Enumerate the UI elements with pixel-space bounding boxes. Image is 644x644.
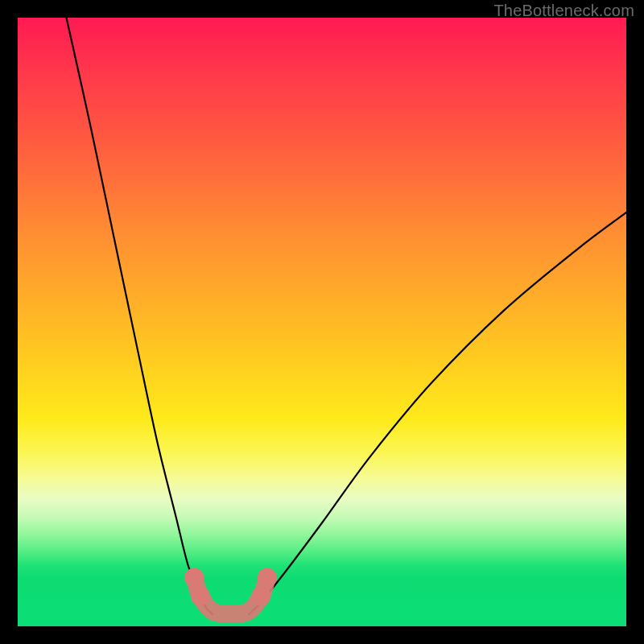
right-bottleneck-curve xyxy=(249,213,626,614)
optimal-region-dots xyxy=(184,568,277,606)
svg-point-2 xyxy=(251,586,270,605)
svg-point-0 xyxy=(184,568,204,588)
svg-point-1 xyxy=(191,586,210,605)
chart-frame: TheBottleneck.com xyxy=(0,0,644,644)
plot-area xyxy=(18,18,626,626)
svg-point-3 xyxy=(258,568,277,588)
curve-layer xyxy=(18,18,626,626)
left-bottleneck-curve xyxy=(66,18,212,614)
